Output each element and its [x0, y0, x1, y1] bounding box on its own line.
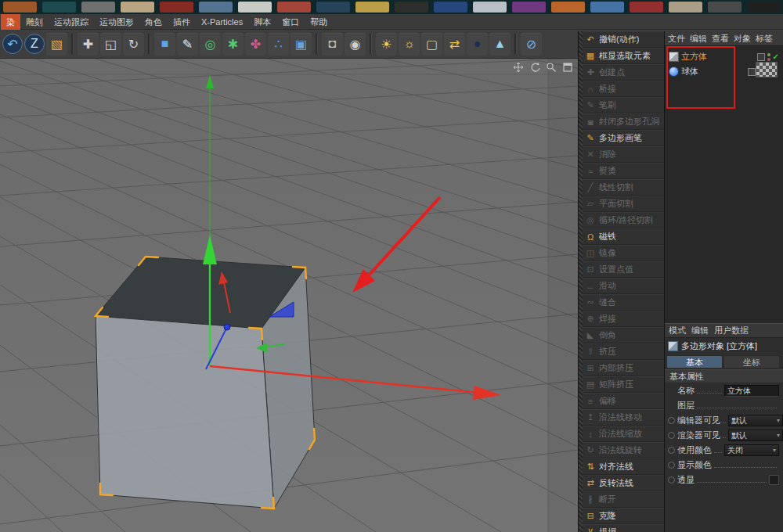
- am-menu-mode[interactable]: 模式: [669, 325, 686, 336]
- am-menu-user-data[interactable]: 用户数据: [714, 325, 749, 336]
- render-visibility-dropdown[interactable]: 默认▾: [728, 430, 783, 441]
- command-reverse-normals[interactable]: ⇄反转法线: [583, 475, 664, 491]
- volume-cube-icon[interactable]: ▣: [290, 33, 312, 56]
- bulb-icon[interactable]: ☼: [399, 33, 420, 56]
- light-icon[interactable]: ☀: [376, 33, 397, 56]
- orbit-view-icon[interactable]: [529, 62, 540, 73]
- display-icon[interactable]: ▢: [421, 33, 442, 56]
- om-menu-edit[interactable]: 编辑: [690, 33, 707, 45]
- material-icon[interactable]: ▧: [46, 33, 67, 56]
- visibility-dots[interactable]: [767, 53, 770, 61]
- y-axis-arrowhead[interactable]: [203, 235, 217, 264]
- command-offset[interactable]: ≡偏移: [583, 393, 664, 409]
- command-magnet[interactable]: Ω磁铁: [583, 228, 664, 245]
- move-tool-icon[interactable]: ✚: [78, 33, 99, 56]
- menu-item-character[interactable]: 角色: [139, 14, 168, 30]
- viewport-3d[interactable]: [0, 59, 578, 532]
- editor-visibility-dropdown[interactable]: 默认▾: [728, 415, 783, 426]
- maximize-view-icon[interactable]: [562, 62, 573, 73]
- nurbs-icon[interactable]: ◎: [200, 33, 221, 56]
- use-color-dropdown[interactable]: 关闭▾: [724, 444, 779, 456]
- axis-xz-icon[interactable]: ⇄: [444, 33, 465, 56]
- command-frame-selected[interactable]: ▦框显选取元素: [583, 48, 664, 64]
- x-axis-arrowhead[interactable]: [473, 386, 501, 400]
- viewport-canvas[interactable]: [0, 59, 578, 532]
- array-icon[interactable]: ∴: [268, 33, 289, 56]
- checkerboard-icon[interactable]: [756, 62, 778, 77]
- stage-icon[interactable]: ▲: [489, 33, 511, 56]
- command-plane-cut[interactable]: ▱平面切割: [583, 196, 664, 212]
- command-weld[interactable]: ⊕焊接: [583, 311, 664, 327]
- zoom-view-icon[interactable]: [546, 62, 557, 73]
- command-bevel[interactable]: ◣倒角: [583, 327, 664, 343]
- menu-item-render[interactable]: 染: [1, 14, 20, 30]
- generator-icon[interactable]: ✱: [222, 33, 244, 56]
- layer-square[interactable]: [748, 68, 756, 76]
- om-menu-tags[interactable]: 标签: [756, 33, 773, 45]
- menu-item-sculpt[interactable]: 雕刻: [20, 14, 49, 30]
- om-menu-file[interactable]: 文件: [668, 33, 685, 45]
- undo-icon[interactable]: ↶: [2, 34, 23, 54]
- cube-object[interactable]: [96, 257, 315, 509]
- command-slide[interactable]: ↔滑动: [583, 278, 664, 294]
- render-view-icon[interactable]: ◉: [345, 33, 366, 56]
- command-scale-along-normal[interactable]: ↕沿法线缩放: [583, 426, 664, 442]
- menu-item-window[interactable]: 窗口: [276, 14, 305, 30]
- enabled-check-icon[interactable]: ✓: [773, 52, 779, 61]
- camera-icon[interactable]: ◘: [322, 33, 343, 56]
- tab-basic[interactable]: 基本: [666, 355, 723, 368]
- sky-icon[interactable]: ●: [467, 33, 488, 56]
- pan-view-icon[interactable]: [513, 62, 524, 73]
- command-align-normals[interactable]: ⇅对齐法线: [583, 458, 664, 475]
- mograph-clover-icon[interactable]: ✤: [245, 33, 266, 56]
- command-extrude[interactable]: ⇧挤压: [583, 343, 664, 360]
- menu-item-help[interactable]: 帮助: [305, 14, 333, 30]
- command-rotate-along-normal[interactable]: ↻沿法线旋转: [583, 442, 664, 458]
- menu-item-plugins[interactable]: 插件: [168, 14, 196, 30]
- am-menu-edit[interactable]: 编辑: [691, 325, 709, 336]
- command-disconnect[interactable]: ∦断开: [583, 491, 664, 508]
- keyframe-circle[interactable]: [668, 462, 675, 469]
- menu-item-mograph[interactable]: 运动图形: [94, 14, 139, 30]
- gizmo-center-point[interactable]: [224, 324, 230, 330]
- command-close-polygon-hole[interactable]: ◙封闭多边形孔洞: [583, 113, 664, 130]
- coord-system-icon[interactable]: Z: [24, 34, 45, 54]
- object-manager-body[interactable]: 立方体✓球体✓✓: [665, 46, 783, 323]
- menu-item-script[interactable]: 脚本: [248, 14, 276, 30]
- om-menu-objects[interactable]: 对象: [734, 33, 751, 45]
- keyframe-circle[interactable]: [668, 417, 675, 424]
- command-move-along-normal[interactable]: ↥沿法线移动: [583, 409, 664, 426]
- menu-item-motion-tracker[interactable]: 运动跟踪: [49, 14, 94, 30]
- scale-tool-icon[interactable]: ◱: [100, 33, 121, 56]
- keyframe-circle[interactable]: [668, 432, 675, 439]
- command-matrix-extrude[interactable]: ▤矩阵挤压: [583, 376, 664, 393]
- command-iron[interactable]: ≈熨烫: [583, 163, 664, 179]
- command-bridge[interactable]: ∩桥接: [583, 81, 664, 97]
- command-polygon-pen[interactable]: ✎多边形画笔: [583, 130, 664, 146]
- spline-pen-icon[interactable]: ✎: [177, 33, 198, 56]
- menu-item-x-particles[interactable]: X-Particles: [196, 14, 248, 30]
- command-collapse[interactable]: ⊻坍塌: [583, 524, 664, 532]
- keyframe-circle[interactable]: [668, 476, 675, 483]
- command-dissolve[interactable]: ✕消除: [583, 146, 664, 163]
- command-mirror[interactable]: ◫镜像: [583, 245, 664, 261]
- command-clone[interactable]: ⊟克隆: [583, 508, 664, 524]
- command-line-cut[interactable]: ╱线性切割: [583, 179, 664, 196]
- command-extrude-inner[interactable]: ⊞内部挤压: [583, 360, 664, 376]
- keyframe-circle[interactable]: [668, 447, 675, 454]
- command-set-point-value[interactable]: ⊡设置点值: [583, 261, 664, 278]
- command-brush[interactable]: ✎笔刷: [583, 97, 664, 113]
- panel-grip[interactable]: [579, 31, 583, 532]
- command-stitch-sew[interactable]: ∾缝合: [583, 294, 664, 311]
- rotate-tool-icon[interactable]: ↻: [123, 33, 144, 56]
- command-create-point[interactable]: ✚创建点: [583, 64, 664, 81]
- primitive-cube-icon[interactable]: ■: [154, 33, 175, 56]
- render-settings-icon[interactable]: ⊘: [521, 33, 542, 56]
- command-undo-action[interactable]: ↶撤销(动作): [583, 31, 664, 48]
- layer-square[interactable]: [757, 53, 765, 61]
- tab-coord[interactable]: 坐标: [723, 355, 780, 368]
- xray-checkbox[interactable]: [769, 475, 779, 485]
- cube-front-face[interactable]: [96, 316, 274, 509]
- om-menu-view[interactable]: 查看: [712, 33, 729, 45]
- command-loop-path-cut[interactable]: ◎循环/路径切割: [583, 212, 664, 228]
